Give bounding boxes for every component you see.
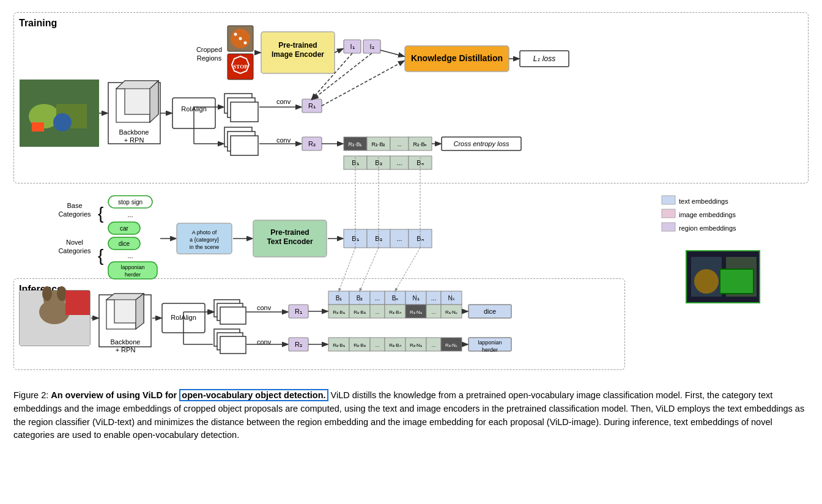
stop-sign-pill xyxy=(108,196,152,208)
dice-pill xyxy=(108,237,140,250)
caption-highlighted-part: open-vocabulary object detection. xyxy=(179,389,328,401)
inference-box: Inference xyxy=(13,278,625,370)
pretrained-text-encoder-label1: Pre-trained xyxy=(270,228,309,237)
stop-sign-label: stop sign xyxy=(118,199,143,206)
bdots-text-label: ... xyxy=(396,235,402,242)
main-container: Training Inference Backbone + RPN xyxy=(13,12,809,442)
dice-label: dice xyxy=(119,240,130,247)
ellipsis-base: ... xyxy=(127,211,133,218)
pretrained-text-encoder-label2: Text Encoder xyxy=(267,237,313,246)
svg-rect-12 xyxy=(726,257,757,297)
lapponian-label2: herder xyxy=(125,272,141,278)
pretrained-text-encoder-box xyxy=(253,220,327,257)
bn-text xyxy=(409,229,432,248)
svg-point-11 xyxy=(694,269,719,294)
training-label: Training xyxy=(19,18,57,28)
brace-base: { xyxy=(98,204,103,223)
b1-text-label: B₁ xyxy=(352,235,358,242)
photo-prompt-line2: a {category} xyxy=(190,237,219,243)
b2-text xyxy=(367,229,390,248)
legend-region-label: region embeddings xyxy=(679,224,736,232)
car-pill xyxy=(108,222,140,234)
lapponian-pill xyxy=(108,262,157,279)
novel-categories-label: Novel xyxy=(66,239,83,246)
svg-rect-10 xyxy=(691,257,722,297)
svg-rect-13 xyxy=(720,269,754,294)
photo-prompt-line3: in the scene xyxy=(190,244,220,250)
caption: Figure 2: An overview of using ViLD for … xyxy=(13,389,809,442)
sample-image-top xyxy=(686,251,760,303)
legend-image-label: image embeddings xyxy=(679,211,736,218)
base-categories-label: Base xyxy=(67,202,82,209)
caption-figure-num: Figure 2: xyxy=(13,390,48,400)
caption-bold-part: An overview of using ViLD for xyxy=(51,390,177,400)
brace-novel: { xyxy=(98,246,103,265)
legend-text-box xyxy=(662,196,675,204)
photo-prompt-line1: A photo of xyxy=(192,229,217,235)
car-label: car xyxy=(120,225,129,232)
legend-region-box xyxy=(662,223,675,231)
training-box: Training xyxy=(13,12,809,183)
b2-text-label: B₂ xyxy=(375,235,382,242)
legend-image-box xyxy=(662,209,675,218)
base-categories-label2: Categories xyxy=(58,210,91,218)
diagram-area: Training Inference Backbone + RPN xyxy=(13,12,809,379)
lapponian-label1: lapponian xyxy=(120,264,144,270)
bn-text-label: Bₙ xyxy=(417,235,423,242)
inference-label: Inference xyxy=(19,284,62,294)
novel-categories-label2: Categories xyxy=(58,247,91,254)
photo-prompt-box xyxy=(177,223,232,254)
legend-text-label: text embeddings xyxy=(679,198,728,205)
ellipsis-novel: ... xyxy=(127,252,133,259)
b1-text xyxy=(344,229,367,248)
bdots-text xyxy=(390,229,409,248)
